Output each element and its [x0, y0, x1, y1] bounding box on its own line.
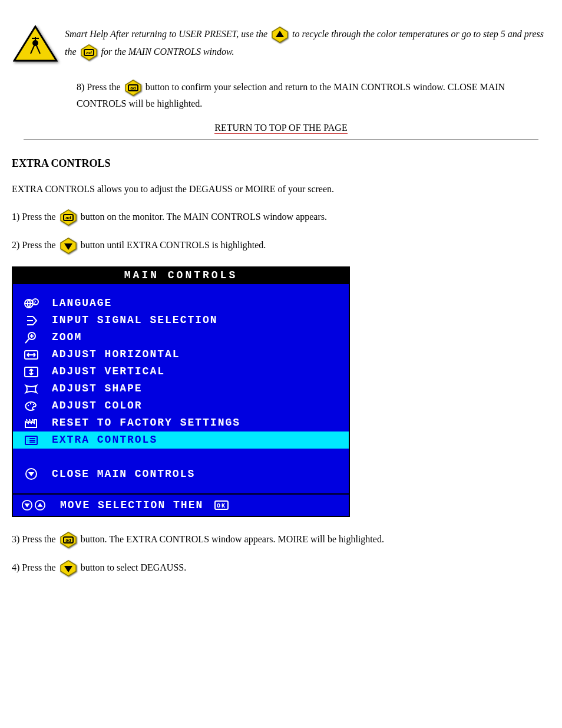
osd-item-label: LANGUAGE — [52, 295, 112, 311]
osd-item-adjust-color: ADJUST COLOR — [13, 397, 349, 414]
svg-marker-30 — [37, 503, 42, 506]
intro-line: EXTRA CONTROLS allows you to adjust the … — [12, 184, 550, 195]
osd-item-zoom: ZOOM — [13, 329, 349, 346]
svg-text:?: ? — [34, 299, 38, 305]
svg-point-22 — [30, 403, 31, 404]
osd-close-label: CLOSE MAIN CONTROLS — [52, 468, 195, 480]
globe-question-icon: ? — [21, 297, 41, 310]
svg-text:ad: ad — [86, 50, 92, 55]
step-3: 3) Press the ad button. The EXTRA CONTRO… — [12, 531, 550, 549]
osd-item-label: ADJUST VERTICAL — [52, 364, 165, 380]
step-1: 1) Press the ad button on the monitor. T… — [12, 209, 550, 226]
palette-icon — [21, 400, 41, 412]
ok-icon: ad — [59, 209, 77, 226]
svg-text:ad: ad — [65, 538, 71, 543]
osd-item-label: EXTRA CONTROLS — [52, 432, 157, 448]
osd-main-controls: MAIN CONTROLS ? LANGUAGE INPUT SIGNAL SE… — [12, 266, 350, 517]
ok-icon: ad — [124, 79, 142, 97]
step-2: 2) Press the button until EXTRA CONTROLS… — [12, 237, 550, 255]
arrows-v-box-icon — [21, 366, 41, 378]
warning-icon — [12, 24, 59, 65]
osd-item-reset-factory: RESET TO FACTORY SETTINGS — [13, 414, 349, 431]
svg-marker-28 — [24, 503, 29, 507]
pincushion-box-icon — [21, 383, 41, 395]
svg-marker-26 — [28, 472, 34, 476]
osd-item-adjust-vertical: ADJUST VERTICAL — [13, 363, 349, 380]
arrows-h-box-icon — [21, 349, 41, 361]
step-8-text: 8) Press the ad button to confirm your s… — [12, 79, 550, 111]
up-arrow-icon — [271, 26, 289, 44]
osd-item-adjust-shape: ADJUST SHAPE — [13, 380, 349, 397]
osd-item-label: ADJUST HORIZONTAL — [52, 347, 180, 363]
osd-item-input-signal: INPUT SIGNAL SELECTION — [13, 312, 349, 329]
input-arrow-icon — [21, 315, 41, 327]
osd-item-adjust-horizontal: ADJUST HORIZONTAL — [13, 346, 349, 363]
osd-item-label: RESET TO FACTORY SETTINGS — [52, 415, 240, 431]
osd-title: MAIN CONTROLS — [13, 268, 349, 283]
return-to-top-link[interactable]: RETURN TO TOP OF THE PAGE — [214, 123, 347, 134]
osd-item-label: ADJUST SHAPE — [52, 381, 143, 397]
list-box-icon — [21, 434, 41, 446]
osd-item-language: ? LANGUAGE — [13, 295, 349, 312]
ok-icon: ad — [80, 44, 98, 61]
down-arrow-icon — [59, 237, 77, 255]
return-to-top-link-container: RETURN TO TOP OF THE PAGE — [12, 123, 550, 133]
osd-footer-label: MOVE SELECTION THEN — [60, 499, 203, 511]
ok-icon: ad — [59, 531, 77, 549]
smart-help-block: Smart Help After returning to USER PRESE… — [12, 24, 550, 65]
svg-text:ad: ad — [130, 85, 135, 91]
svg-text:ad: ad — [65, 215, 71, 220]
divider — [24, 139, 538, 140]
down-arrow-icon — [59, 559, 77, 577]
magnifier-plus-icon — [21, 331, 41, 344]
smart-help-text-c: for the MAIN CONTROLS window. — [101, 47, 234, 57]
osd-item-label: INPUT SIGNAL SELECTION — [52, 312, 218, 328]
svg-point-23 — [33, 403, 34, 404]
osd-item-label: ZOOM — [52, 330, 82, 345]
ok-box-icon: OK — [214, 499, 229, 511]
osd-body: ? LANGUAGE INPUT SIGNAL SELECTION ZOOM — [13, 283, 349, 495]
svg-point-21 — [28, 404, 29, 406]
section-title: EXTRA CONTROLS — [12, 157, 550, 170]
osd-item-label: ADJUST COLOR — [52, 398, 143, 414]
osd-close-row: CLOSE MAIN CONTROLS — [13, 457, 349, 491]
down-triangle-circle-icon — [21, 467, 41, 480]
osd-item-extra-controls: EXTRA CONTROLS — [13, 431, 349, 449]
step-4: 4) Press the button to select DEGAUSS. — [12, 559, 550, 577]
smart-help-text-a: Smart Help After returning to USER PRESE… — [65, 29, 270, 39]
svg-text:OK: OK — [217, 503, 226, 509]
factory-icon — [21, 417, 41, 429]
up-down-triangle-circle-icon — [21, 499, 49, 511]
smart-help-text: Smart Help After returning to USER PRESE… — [65, 24, 550, 61]
osd-footer-row: MOVE SELECTION THEN OK — [13, 495, 349, 516]
